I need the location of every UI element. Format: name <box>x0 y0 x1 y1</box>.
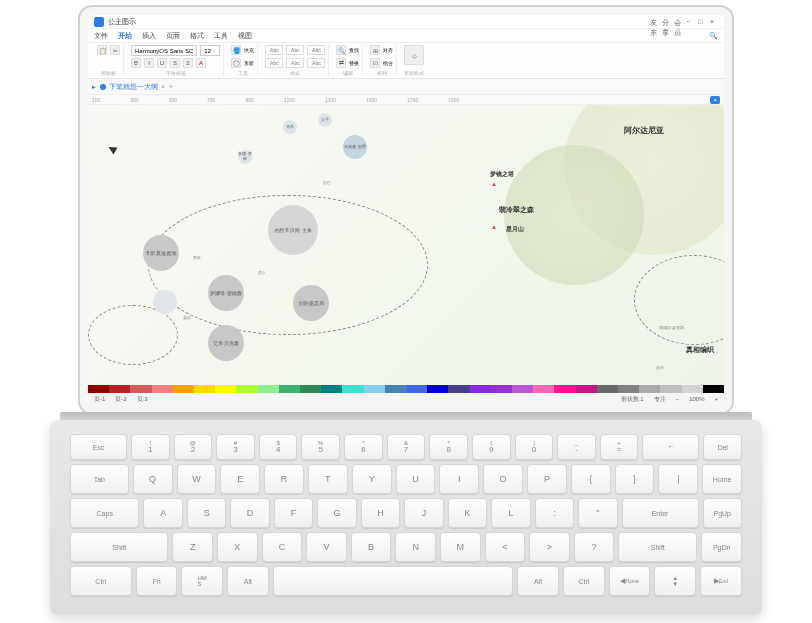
color-swatch[interactable] <box>512 385 533 393</box>
font-color-button[interactable]: A <box>196 58 206 68</box>
color-swatch[interactable] <box>109 385 130 393</box>
color-palette-bar[interactable] <box>88 385 724 393</box>
style-preset-4[interactable]: Abc <box>265 58 283 68</box>
key-semicolon[interactable]: : <box>535 498 574 528</box>
key-pgdn[interactable]: PgDn <box>701 532 742 562</box>
key-backspace[interactable]: ← <box>642 434 699 460</box>
marker-icon[interactable] <box>491 180 499 188</box>
key-i[interactable]: I <box>439 464 479 494</box>
color-swatch[interactable] <box>491 385 512 393</box>
menu-format[interactable]: 格式 <box>190 31 204 41</box>
color-swatch[interactable] <box>703 385 724 393</box>
key-home[interactable]: Home <box>702 464 742 494</box>
node-rose[interactable]: 罗娜塔·安妮森 <box>208 275 244 311</box>
shape-style-button[interactable]: ◇ <box>404 45 424 65</box>
share-button[interactable]: 分享 <box>662 18 670 26</box>
key-esc[interactable]: Esc <box>70 434 127 460</box>
key-rctrl[interactable]: Ctrl <box>563 566 605 596</box>
color-swatch[interactable] <box>194 385 215 393</box>
key-space[interactable] <box>273 566 513 596</box>
key-fn[interactable]: Fn <box>136 566 178 596</box>
color-swatch[interactable] <box>639 385 660 393</box>
document-tab[interactable]: 下笔就想一大纲 × <box>100 82 165 92</box>
style-preset-1[interactable]: Abc <box>265 45 283 55</box>
color-swatch[interactable] <box>279 385 300 393</box>
key-left[interactable]: ◀Home <box>609 566 651 596</box>
status-page[interactable]: 页-1 <box>94 395 105 404</box>
location-3[interactable]: 星月山 <box>506 225 524 234</box>
menu-file[interactable]: 文件 <box>94 31 108 41</box>
color-swatch[interactable] <box>342 385 363 393</box>
color-swatch[interactable] <box>682 385 703 393</box>
color-swatch[interactable] <box>660 385 681 393</box>
color-swatch[interactable] <box>470 385 491 393</box>
key-k[interactable]: K <box>448 498 487 528</box>
color-swatch[interactable] <box>300 385 321 393</box>
font-size-select[interactable]: 12 <box>200 45 220 56</box>
key-f[interactable]: F <box>274 498 313 528</box>
key-6[interactable]: ^6 <box>344 434 383 460</box>
marker-icon[interactable] <box>491 223 499 231</box>
key-q[interactable]: Q <box>133 464 173 494</box>
key-lbracket[interactable]: { <box>571 464 611 494</box>
key-z[interactable]: Z <box>172 532 213 562</box>
strike-button[interactable]: S <box>170 58 180 68</box>
maximize-icon[interactable]: □ <box>698 18 706 26</box>
key-hm[interactable]: HM S <box>181 566 223 596</box>
key-caps[interactable]: Caps <box>70 498 139 528</box>
key-u[interactable]: U <box>396 464 436 494</box>
color-swatch[interactable] <box>533 385 554 393</box>
key-1[interactable]: !1 <box>131 434 170 460</box>
bold-button[interactable]: B <box>131 58 141 68</box>
region-title[interactable]: 阿尔达尼亚 <box>624 125 664 136</box>
key-2[interactable]: @2 <box>174 434 213 460</box>
color-swatch[interactable] <box>215 385 236 393</box>
key-ralt[interactable]: Alt <box>517 566 559 596</box>
menu-start[interactable]: 开始 <box>118 31 132 41</box>
key-3[interactable]: #3 <box>216 434 255 460</box>
key-equals[interactable]: += <box>600 434 639 460</box>
key-g[interactable]: G <box>317 498 356 528</box>
key-slash[interactable]: ? <box>574 532 615 562</box>
tab-close-icon[interactable]: × <box>161 83 165 90</box>
region-title-2[interactable]: 真相编织 <box>686 345 714 355</box>
key-b[interactable]: B <box>351 532 392 562</box>
status-pages[interactable]: 页-2 <box>115 395 126 404</box>
key-quote[interactable]: " <box>578 498 617 528</box>
key-pgup[interactable]: PgUp <box>703 498 742 528</box>
key-5[interactable]: %5 <box>301 434 340 460</box>
location-1[interactable]: 梦镜之塔 <box>490 170 514 179</box>
zoom-out-button[interactable]: − <box>676 396 680 402</box>
key-o[interactable]: O <box>483 464 523 494</box>
style-preset-3[interactable]: Abc <box>307 45 325 55</box>
color-swatch[interactable] <box>173 385 194 393</box>
color-swatch[interactable] <box>554 385 575 393</box>
replace-button[interactable]: ⇄ <box>336 58 346 68</box>
color-swatch[interactable] <box>576 385 597 393</box>
style-preset-5[interactable]: Abc <box>286 58 304 68</box>
tab-nav-icon[interactable]: ▸ <box>92 83 96 91</box>
find-button[interactable]: 🔍 <box>336 45 346 55</box>
key-backslash[interactable]: | <box>658 464 698 494</box>
key-v[interactable]: V <box>306 532 347 562</box>
node-tiny[interactable]: 安德·库班 <box>238 150 252 164</box>
key-s[interactable]: S <box>187 498 226 528</box>
key-enter[interactable]: Enter <box>622 498 699 528</box>
search-icon[interactable]: 🔍 <box>709 32 718 40</box>
shape-button[interactable]: ◯ <box>231 58 241 68</box>
color-swatch[interactable] <box>152 385 173 393</box>
node-small[interactable] <box>153 290 177 314</box>
node-wen[interactable]: 文朗·盖昆弟 <box>293 285 329 321</box>
color-swatch[interactable] <box>130 385 151 393</box>
font-family-select[interactable]: HarmonyOS Sans SC <box>131 45 197 56</box>
member-button[interactable]: 会员 <box>674 18 682 26</box>
key-9[interactable]: (9 <box>472 434 511 460</box>
key-e[interactable]: E <box>220 464 260 494</box>
key-lalt[interactable]: Alt <box>227 566 269 596</box>
italic-button[interactable]: I <box>144 58 154 68</box>
ai-button[interactable]: ✦ <box>710 96 720 104</box>
key-tab[interactable]: Tab <box>70 464 129 494</box>
color-swatch[interactable] <box>385 385 406 393</box>
key-rshift[interactable]: Shift <box>618 532 697 562</box>
node-tiny[interactable]: 马市 <box>283 120 297 134</box>
